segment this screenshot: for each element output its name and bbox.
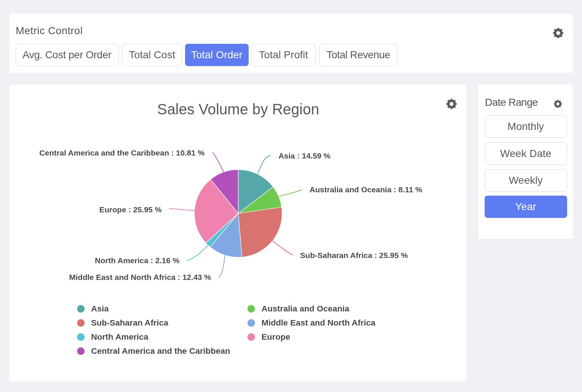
svg-text:Sub-Saharan Africa : 25.95 %: Sub-Saharan Africa : 25.95 % [300,251,408,259]
svg-text:Middle East and North Africa :: Middle East and North Africa : 12.43 % [69,273,211,281]
svg-text:Europe : 25.95 %: Europe : 25.95 % [99,205,162,214]
svg-text:Middle East and North Africa: Middle East and North Africa [261,318,375,327]
svg-text:Asia: Asia [91,304,109,313]
svg-text:Australia and Oceania : 8.11 %: Australia and Oceania : 8.11 % [310,185,423,194]
svg-text:Sales Volume by Region: Sales Volume by Region [157,101,319,117]
svg-text:Australia and Oceania: Australia and Oceania [261,304,349,313]
svg-text:Asia : 14.59 %: Asia : 14.59 % [278,151,330,160]
svg-text:Sub-Saharan Africa: Sub-Saharan Africa [91,318,168,327]
svg-text:North America : 2.16 %: North America : 2.16 % [95,256,180,265]
svg-text:Central America and the Caribb: Central America and the Caribbean [91,346,230,356]
svg-text:Central America and the Caribb: Central America and the Caribbean : 10.8… [39,148,205,157]
svg-text:North America: North America [91,332,149,342]
svg-text:Europe: Europe [261,332,290,342]
